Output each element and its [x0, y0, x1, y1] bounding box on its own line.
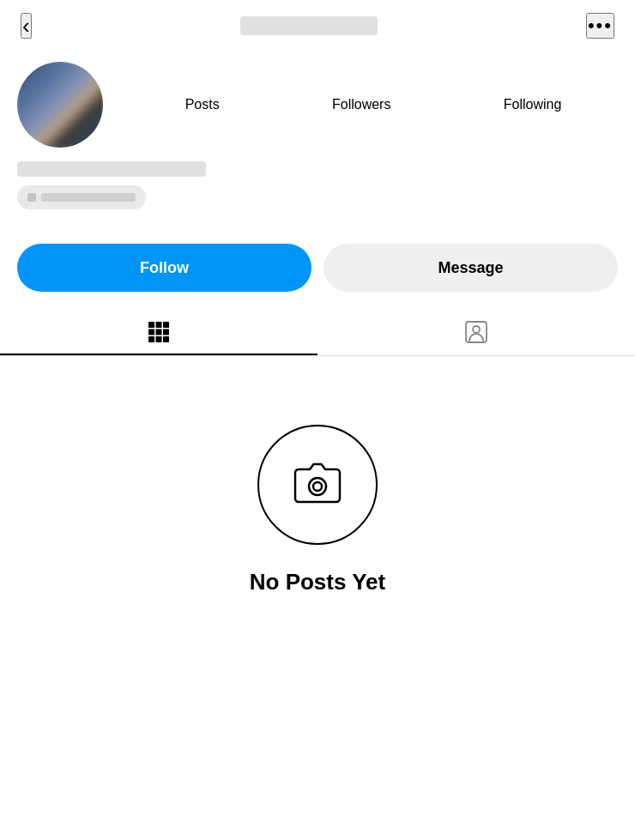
posts-stat[interactable]: Posts: [185, 97, 220, 112]
profile-bio: [17, 185, 146, 209]
grid-icon: [147, 320, 171, 344]
action-buttons: Follow Message: [0, 227, 635, 300]
svg-rect-2: [163, 322, 169, 328]
following-stat[interactable]: Following: [504, 97, 562, 112]
svg-rect-3: [148, 329, 154, 335]
avatar-image: [17, 62, 103, 148]
message-button[interactable]: Message: [324, 244, 618, 292]
more-options-button[interactable]: •••: [586, 13, 614, 39]
tab-tagged[interactable]: [318, 309, 635, 355]
top-nav: ‹ •••: [0, 0, 635, 51]
svg-rect-6: [148, 336, 154, 342]
profile-section: Posts Followers Following: [0, 51, 635, 227]
svg-rect-1: [156, 322, 162, 328]
avatar: [17, 62, 103, 148]
following-label: Following: [504, 97, 562, 112]
camera-circle: [257, 425, 378, 545]
svg-point-12: [313, 482, 322, 491]
followers-stat[interactable]: Followers: [332, 97, 390, 112]
followers-label: Followers: [332, 97, 390, 112]
no-posts-title: No Posts Yet: [250, 569, 385, 595]
svg-rect-7: [156, 336, 162, 342]
svg-rect-8: [163, 336, 169, 342]
profile-top-row: Posts Followers Following: [17, 62, 618, 148]
bio-text: [41, 193, 136, 202]
svg-rect-5: [163, 329, 169, 335]
svg-point-10: [473, 326, 480, 333]
camera-icon: [287, 454, 348, 516]
profile-name: [17, 161, 206, 177]
posts-label: Posts: [185, 97, 220, 112]
back-button[interactable]: ‹: [21, 13, 32, 39]
bio-dot-icon: [27, 193, 36, 202]
tab-bar: [0, 309, 635, 356]
stats-row: Posts Followers Following: [129, 97, 618, 112]
empty-state: No Posts Yet: [0, 356, 635, 630]
svg-point-11: [309, 478, 326, 495]
tab-grid[interactable]: [0, 309, 318, 355]
svg-rect-0: [148, 322, 154, 328]
svg-rect-4: [156, 329, 162, 335]
tagged-person-icon: [464, 320, 488, 344]
follow-button[interactable]: Follow: [17, 244, 311, 292]
username-display: [240, 16, 378, 35]
